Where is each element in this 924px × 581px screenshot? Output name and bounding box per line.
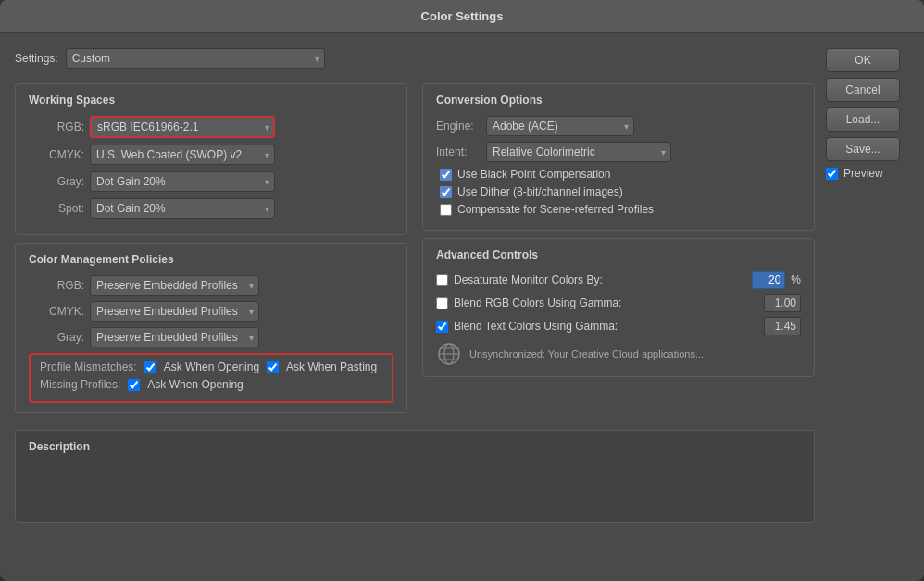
conversion-options-title: Conversion Options xyxy=(436,94,801,107)
blend-text-checkbox[interactable] xyxy=(436,321,448,333)
policy-gray-select[interactable]: Preserve Embedded Profiles xyxy=(90,327,259,347)
profile-mismatches-section: Profile Mismatches: Ask When Opening Ask… xyxy=(29,353,393,403)
ok-button[interactable]: OK xyxy=(826,48,900,72)
engine-select-wrapper: Adobe (ACE) xyxy=(486,116,634,136)
desaturate-unit: % xyxy=(791,273,801,286)
dialog-title: Color Settings xyxy=(0,0,924,33)
settings-select-wrapper: Custom xyxy=(66,48,325,69)
preview-label: Preview xyxy=(843,167,883,180)
policy-cmyk-label: CMYK: xyxy=(29,305,84,318)
black-point-checkbox[interactable] xyxy=(440,169,452,181)
ask-when-pasting-checkbox[interactable] xyxy=(267,361,279,373)
rgb-select-wrapper: sRGB IEC61966-2.1 xyxy=(90,116,275,138)
working-spaces-title: Working Spaces xyxy=(29,94,393,107)
missing-profiles-row: Missing Profiles: Ask When Opening xyxy=(40,378,382,391)
advanced-controls-title: Advanced Controls xyxy=(436,248,801,261)
intent-select[interactable]: Relative Colorimetric xyxy=(486,142,671,162)
desaturate-checkbox[interactable] xyxy=(436,274,448,286)
policy-gray-row: Gray: Preserve Embedded Profiles xyxy=(29,327,393,347)
spot-select[interactable]: Dot Gain 20% xyxy=(90,198,275,219)
unsync-text: Unsynchronized: Your Creative Cloud appl… xyxy=(469,348,704,360)
dither-checkbox[interactable] xyxy=(440,186,452,198)
blend-text-row: Blend Text Colors Using Gamma: xyxy=(436,317,801,335)
left-panel: Working Spaces RGB: sRGB IEC61966-2.1 CM… xyxy=(15,83,407,421)
spot-row: Spot: Dot Gain 20% xyxy=(29,198,393,219)
missing-ask-when-opening-label: Ask When Opening xyxy=(147,378,243,391)
intent-select-wrapper: Relative Colorimetric xyxy=(486,142,671,162)
working-spaces-section: Working Spaces RGB: sRGB IEC61966-2.1 CM… xyxy=(15,83,407,235)
desaturate-row: Desaturate Monitor Colors By: % xyxy=(436,271,801,289)
missing-ask-when-opening-checkbox[interactable] xyxy=(128,379,140,391)
engine-select[interactable]: Adobe (ACE) xyxy=(486,116,634,136)
cancel-button[interactable]: Cancel xyxy=(826,78,900,102)
blend-text-label: Blend Text Colors Using Gamma: xyxy=(454,320,758,333)
policy-cmyk-row: CMYK: Preserve Embedded Profiles xyxy=(29,301,393,322)
profile-mismatches-row: Profile Mismatches: Ask When Opening Ask… xyxy=(40,360,382,373)
settings-label: Settings: xyxy=(15,52,58,65)
policy-cmyk-select[interactable]: Preserve Embedded Profiles xyxy=(90,301,259,322)
gray-label: Gray: xyxy=(29,175,84,188)
black-point-row: Use Black Point Compensation xyxy=(436,168,801,181)
policy-rgb-select[interactable]: Preserve Embedded Profiles xyxy=(90,275,259,296)
save-button[interactable]: Save... xyxy=(826,137,900,161)
blend-rgb-label: Blend RGB Colors Using Gamma: xyxy=(454,297,758,309)
rgb-row: RGB: sRGB IEC61966-2.1 xyxy=(29,116,393,138)
unsync-row: Unsynchronized: Your Creative Cloud appl… xyxy=(436,341,801,367)
ask-when-pasting-label: Ask When Pasting xyxy=(286,360,377,373)
profile-mismatches-label: Profile Mismatches: xyxy=(40,360,137,373)
settings-select[interactable]: Custom xyxy=(66,48,325,69)
gray-select-wrapper: Dot Gain 20% xyxy=(90,171,275,192)
policy-gray-label: Gray: xyxy=(29,331,84,344)
dither-label: Use Dither (8-bit/channel images) xyxy=(457,185,623,198)
blend-rgb-checkbox[interactable] xyxy=(436,297,448,309)
missing-profiles-label: Missing Profiles: xyxy=(40,378,120,391)
engine-row: Engine: Adobe (ACE) xyxy=(436,116,801,136)
description-title: Description xyxy=(29,440,801,453)
spot-label: Spot: xyxy=(29,202,84,215)
conversion-options-section: Conversion Options Engine: Adobe (ACE) I… xyxy=(422,83,815,231)
dither-row: Use Dither (8-bit/channel images) xyxy=(436,185,801,198)
blend-text-input[interactable] xyxy=(764,317,801,335)
policy-gray-select-wrapper: Preserve Embedded Profiles xyxy=(90,327,259,347)
desaturate-label: Desaturate Monitor Colors By: xyxy=(454,273,746,286)
color-settings-dialog: Color Settings Settings: Custom Working … xyxy=(0,0,924,581)
rgb-select[interactable]: sRGB IEC61966-2.1 xyxy=(90,116,275,138)
advanced-controls-section: Advanced Controls Desaturate Monitor Col… xyxy=(422,238,815,377)
cmyk-label: CMYK: xyxy=(29,148,84,161)
blend-rgb-input[interactable] xyxy=(764,294,801,312)
compensate-checkbox[interactable] xyxy=(440,204,452,216)
sidebar: OK Cancel Load... Save... Preview xyxy=(826,48,909,566)
load-button[interactable]: Load... xyxy=(826,107,900,132)
preview-row: Preview xyxy=(826,167,909,180)
color-management-section: Color Management Policies RGB: Preserve … xyxy=(15,243,407,413)
intent-row: Intent: Relative Colorimetric xyxy=(436,142,801,162)
desaturate-input[interactable] xyxy=(752,271,785,289)
right-panel: Conversion Options Engine: Adobe (ACE) I… xyxy=(422,83,815,421)
ask-when-opening-label: Ask When Opening xyxy=(164,360,259,373)
gray-select[interactable]: Dot Gain 20% xyxy=(90,171,275,192)
compensate-label: Compensate for Scene-referred Profiles xyxy=(457,203,654,216)
main-content: Settings: Custom Working Spaces RGB: xyxy=(15,48,815,566)
intent-label: Intent: xyxy=(436,145,481,158)
policy-rgb-select-wrapper: Preserve Embedded Profiles xyxy=(90,275,259,296)
compensate-row: Compensate for Scene-referred Profiles xyxy=(436,203,801,216)
description-section: Description xyxy=(15,430,815,523)
gray-row: Gray: Dot Gain 20% xyxy=(29,171,393,192)
cmyk-select-wrapper: U.S. Web Coated (SWOP) v2 xyxy=(90,145,275,165)
color-management-title: Color Management Policies xyxy=(29,253,393,266)
policy-cmyk-select-wrapper: Preserve Embedded Profiles xyxy=(90,301,259,322)
settings-row: Settings: Custom xyxy=(15,48,815,69)
top-section: Working Spaces RGB: sRGB IEC61966-2.1 CM… xyxy=(15,83,815,421)
preview-checkbox[interactable] xyxy=(826,168,838,180)
spot-select-wrapper: Dot Gain 20% xyxy=(90,198,275,219)
policy-rgb-label: RGB: xyxy=(29,279,84,292)
ask-when-opening-checkbox[interactable] xyxy=(144,361,156,373)
policy-rgb-row: RGB: Preserve Embedded Profiles xyxy=(29,275,393,296)
rgb-label: RGB: xyxy=(29,120,84,133)
black-point-label: Use Black Point Compensation xyxy=(457,168,610,181)
cmyk-row: CMYK: U.S. Web Coated (SWOP) v2 xyxy=(29,145,393,165)
cmyk-select[interactable]: U.S. Web Coated (SWOP) v2 xyxy=(90,145,275,165)
engine-label: Engine: xyxy=(436,120,481,133)
globe-icon xyxy=(436,341,462,367)
blend-rgb-row: Blend RGB Colors Using Gamma: xyxy=(436,294,801,312)
